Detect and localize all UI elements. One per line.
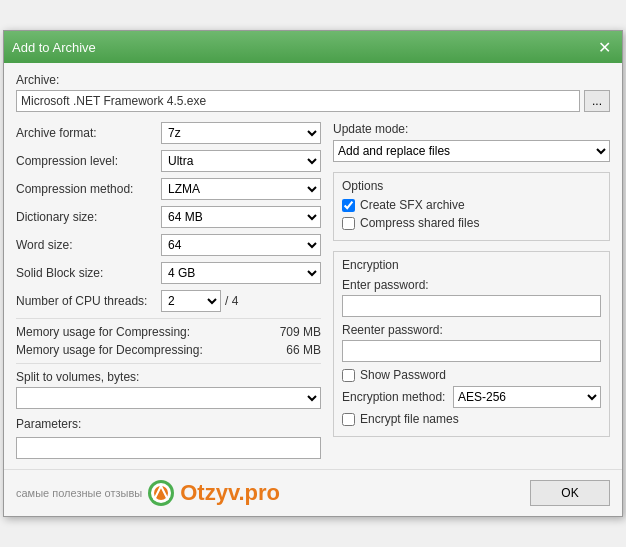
watermark-text: самые полезные отзывы [16,487,142,499]
solid-block-select[interactable]: 4 GB 8 GB [161,262,321,284]
enter-password-label: Enter password: [342,278,601,292]
show-password-row: Show Password [342,368,601,382]
format-row: Archive format: 7z zip tar [16,122,321,144]
word-size-select[interactable]: 64 128 [161,234,321,256]
word-size-row: Word size: 64 128 [16,234,321,256]
options-group: Options Create SFX archive Compress shar… [333,172,610,241]
window-title: Add to Archive [12,40,96,55]
archive-input[interactable] [16,90,580,112]
update-mode-select[interactable]: Add and replace files Update and add fil… [333,140,610,162]
update-mode-label: Update mode: [333,122,610,136]
left-column: Archive format: 7z zip tar Compression l… [16,122,321,459]
cpu-threads-max: / 4 [225,294,238,308]
encrypt-names-row: Encrypt file names [342,412,601,426]
memory-compress-row: Memory usage for Compressing: 709 MB [16,325,321,339]
compress-shared-label: Compress shared files [360,216,479,230]
archive-row: ... [16,90,610,112]
logo-area: самые полезные отзывы Otzyv.pro [16,478,280,508]
dictionary-size-label: Dictionary size: [16,210,161,224]
cpu-threads-row: Number of CPU threads: 2 1 3 4 / 4 [16,290,321,312]
create-sfx-label: Create SFX archive [360,198,465,212]
show-password-checkbox[interactable] [342,369,355,382]
memory-decompress-label: Memory usage for Decompressing: [16,343,261,357]
dictionary-size-select[interactable]: 64 MB 128 MB [161,206,321,228]
ok-button[interactable]: OK [530,480,610,506]
cpu-threads-select[interactable]: 2 1 3 4 [161,290,221,312]
solid-block-row: Solid Block size: 4 GB 8 GB [16,262,321,284]
compression-level-row: Compression level: Ultra Maximum Normal [16,150,321,172]
format-select[interactable]: 7z zip tar [161,122,321,144]
split-select[interactable] [16,387,321,409]
right-column: Update mode: Add and replace files Updat… [333,122,610,459]
memory-compress-value: 709 MB [261,325,321,339]
compress-shared-row: Compress shared files [342,216,601,230]
logo-icon [146,478,176,508]
enc-method-row: Encryption method: AES-256 ZipCrypto [342,386,601,408]
encryption-title: Encryption [342,258,601,272]
compress-shared-checkbox[interactable] [342,217,355,230]
two-column-layout: Archive format: 7z zip tar Compression l… [16,122,610,459]
compression-method-row: Compression method: LZMA LZMA2 [16,178,321,200]
compression-level-select[interactable]: Ultra Maximum Normal [161,150,321,172]
encrypt-names-checkbox[interactable] [342,413,355,426]
parameters-section: Parameters: [16,417,321,459]
logo-text: Otzyv.pro [180,480,280,506]
solid-block-label: Solid Block size: [16,266,161,280]
split-label: Split to volumes, bytes: [16,370,321,384]
reenter-password-label: Reenter password: [342,323,601,337]
titlebar: Add to Archive ✕ [4,31,622,63]
enc-method-label: Encryption method: [342,390,447,404]
archive-label: Archive: [16,73,610,87]
encryption-group: Encryption Enter password: Reenter passw… [333,251,610,437]
split-row: Split to volumes, bytes: [16,370,321,409]
memory-decompress-value: 66 MB [261,343,321,357]
create-sfx-checkbox[interactable] [342,199,355,212]
parameters-input[interactable] [16,437,321,459]
reenter-password-input[interactable] [342,340,601,362]
memory-decompress-row: Memory usage for Decompressing: 66 MB [16,343,321,357]
dictionary-size-row: Dictionary size: 64 MB 128 MB [16,206,321,228]
archive-browse-button[interactable]: ... [584,90,610,112]
cpu-threads-label: Number of CPU threads: [16,294,161,308]
compression-method-label: Compression method: [16,182,161,196]
compression-level-label: Compression level: [16,154,161,168]
create-sfx-row: Create SFX archive [342,198,601,212]
show-password-label: Show Password [360,368,446,382]
bottom-bar: самые полезные отзывы Otzyv.pro OK [4,469,622,516]
enter-password-input[interactable] [342,295,601,317]
close-button[interactable]: ✕ [594,37,614,57]
enc-method-select[interactable]: AES-256 ZipCrypto [453,386,601,408]
encrypt-names-label: Encrypt file names [360,412,459,426]
add-to-archive-dialog: Add to Archive ✕ Archive: ... Archive fo… [3,30,623,517]
memory-compress-label: Memory usage for Compressing: [16,325,261,339]
parameters-label: Parameters: [16,417,321,431]
word-size-label: Word size: [16,238,161,252]
format-label: Archive format: [16,126,161,140]
compression-method-select[interactable]: LZMA LZMA2 [161,178,321,200]
options-title: Options [342,179,601,193]
dialog-content: Archive: ... Archive format: 7z zip tar … [4,63,622,469]
